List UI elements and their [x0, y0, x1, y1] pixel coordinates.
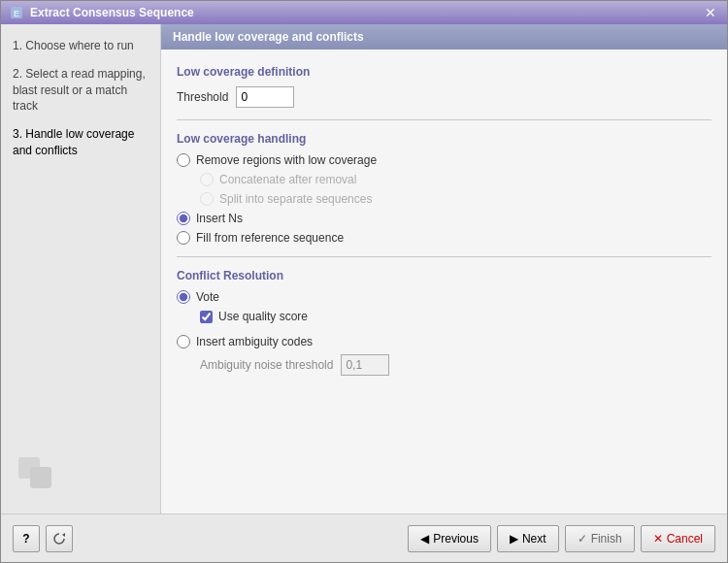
main-window: E Extract Consensus Sequence ✕ 1. Choose… [0, 0, 728, 563]
fill-reference-radio[interactable] [177, 231, 190, 245]
cancel-label: Cancel [667, 532, 703, 546]
split-label: Split into separate sequences [219, 192, 372, 206]
sidebar-icons [9, 169, 152, 502]
help-button[interactable]: ? [13, 525, 40, 552]
main-content: 1. Choose where to run 2. Select a read … [1, 24, 727, 513]
content-header: Handle low coverage and conflicts [161, 24, 727, 50]
footer-left: ? [13, 525, 73, 552]
sidebar-item-3-text: Handle low coverage and conflicts [13, 127, 134, 157]
vote-label: Vote [196, 290, 219, 304]
use-quality-label: Use quality score [218, 310, 308, 323]
ambiguity-option[interactable]: Insert ambiguity codes [177, 335, 711, 348]
insert-ns-option[interactable]: Insert Ns [177, 212, 711, 225]
next-button[interactable]: ▶ Next [497, 525, 559, 552]
previous-arrow-icon: ◀ [420, 532, 429, 546]
cancel-button[interactable]: ✕ Cancel [641, 525, 715, 552]
app-icon: E [9, 5, 24, 20]
sidebar-item-2-number: 2. [13, 67, 22, 81]
sidebar-item-1: 1. Choose where to run [9, 36, 152, 56]
conflict-resolution-label: Conflict Resolution [177, 269, 711, 282]
threshold-input[interactable] [236, 86, 294, 108]
vote-option[interactable]: Vote [177, 290, 711, 304]
remove-regions-radio[interactable] [177, 153, 190, 167]
sidebar-item-2-text: Select a read mapping, blast result or a… [13, 67, 146, 114]
sidebar-decorative-icons [17, 446, 65, 494]
close-button[interactable]: ✕ [702, 4, 719, 21]
threshold-label: Threshold [177, 90, 228, 104]
fill-reference-option[interactable]: Fill from reference sequence [177, 231, 711, 245]
threshold-row: Threshold [177, 86, 711, 108]
finish-button[interactable]: ✓ Finish [565, 525, 635, 552]
reset-button[interactable] [46, 525, 73, 552]
sidebar-item-3: 3. Handle low coverage and conflicts [9, 124, 152, 161]
ambiguity-noise-row: Ambiguity noise threshold [200, 354, 711, 376]
content-area: Handle low coverage and conflicts Low co… [161, 24, 727, 513]
divider-2 [177, 256, 711, 257]
sidebar-item-2: 2. Select a read mapping, blast result o… [9, 64, 152, 116]
concatenate-label: Concatenate after removal [219, 173, 356, 186]
ambiguity-radio[interactable] [177, 335, 190, 348]
sidebar-item-1-text: Choose where to run [25, 39, 133, 52]
ambiguity-noise-input [341, 354, 389, 376]
content-header-label: Handle low coverage and conflicts [173, 30, 364, 44]
content-body: Low coverage definition Threshold Low co… [161, 50, 727, 513]
insert-ns-label: Insert Ns [196, 212, 243, 225]
ambiguity-noise-label: Ambiguity noise threshold [200, 358, 333, 372]
low-coverage-definition-label: Low coverage definition [177, 65, 711, 79]
divider-1 [177, 119, 711, 120]
sidebar-item-3-number: 3. [13, 127, 22, 141]
fill-reference-label: Fill from reference sequence [196, 231, 344, 245]
previous-label: Previous [433, 532, 479, 546]
finish-check-icon: ✓ [578, 532, 587, 546]
title-bar-left: E Extract Consensus Sequence [9, 5, 194, 20]
decorative-svg [17, 446, 65, 494]
footer: ? ◀ Previous ▶ Next ✓ Finish ✕ [1, 513, 727, 562]
concatenate-radio [200, 173, 214, 186]
remove-regions-label: Remove regions with low coverage [196, 153, 377, 167]
conflict-radio-group: Vote Use quality score Insert ambiguity … [177, 290, 711, 376]
svg-rect-3 [30, 467, 51, 488]
sidebar-item-1-number: 1. [13, 39, 22, 52]
footer-right: ◀ Previous ▶ Next ✓ Finish ✕ Cancel [408, 525, 715, 552]
use-quality-score-item[interactable]: Use quality score [200, 310, 711, 323]
reset-icon [52, 532, 66, 546]
svg-text:E: E [14, 9, 19, 18]
cancel-x-icon: ✕ [653, 532, 663, 546]
next-arrow-icon: ▶ [510, 532, 518, 546]
vote-radio[interactable] [177, 290, 190, 304]
remove-regions-option[interactable]: Remove regions with low coverage [177, 153, 711, 167]
use-quality-checkbox[interactable] [200, 311, 213, 323]
next-label: Next [522, 532, 546, 546]
low-coverage-radio-group: Remove regions with low coverage Concate… [177, 153, 711, 245]
insert-ns-radio[interactable] [177, 212, 190, 225]
split-radio [200, 192, 214, 206]
sidebar: 1. Choose where to run 2. Select a read … [1, 24, 161, 513]
svg-marker-4 [62, 533, 65, 537]
finish-label: Finish [591, 532, 622, 546]
title-bar: E Extract Consensus Sequence ✕ [1, 1, 727, 24]
previous-button[interactable]: ◀ Previous [408, 525, 491, 552]
low-coverage-handling-label: Low coverage handling [177, 132, 711, 146]
concatenate-option: Concatenate after removal [200, 173, 711, 186]
split-option: Split into separate sequences [200, 192, 711, 206]
window-title: Extract Consensus Sequence [30, 6, 194, 19]
ambiguity-label: Insert ambiguity codes [196, 335, 313, 348]
